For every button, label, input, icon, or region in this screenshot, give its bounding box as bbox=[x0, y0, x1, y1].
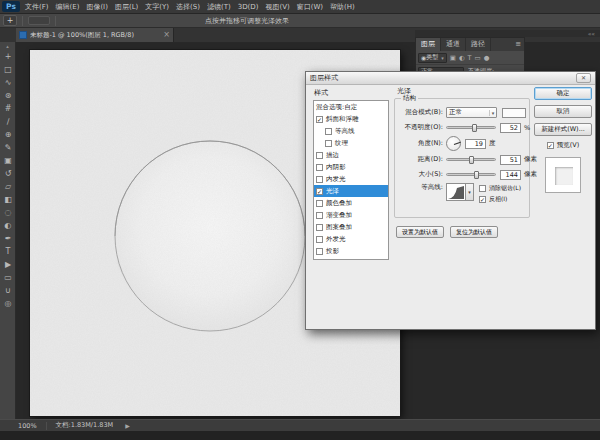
tool-rectangular-marquee[interactable]: □ bbox=[0, 63, 16, 76]
style-checkbox-stroke[interactable] bbox=[316, 152, 323, 159]
invert-checkbox[interactable]: ✓ bbox=[479, 196, 486, 203]
distance-slider-thumb[interactable] bbox=[469, 156, 474, 164]
zoom-level-field[interactable]: 100% bbox=[18, 422, 37, 430]
opacity-slider[interactable] bbox=[446, 126, 496, 129]
size-slider[interactable] bbox=[446, 173, 496, 176]
tool-quick-selection[interactable]: ⊛ bbox=[0, 89, 16, 102]
panel-tab-layers[interactable]: 图层 bbox=[416, 38, 441, 51]
new-style-button[interactable]: 新建样式(W)... bbox=[534, 123, 592, 136]
collapse-panels-icon[interactable]: «« bbox=[588, 30, 595, 37]
style-item-stroke[interactable]: 描边 bbox=[314, 149, 388, 161]
shape-layer-filter-icon[interactable]: ▭ bbox=[475, 53, 481, 63]
menu-item[interactable]: 文字(Y) bbox=[145, 2, 169, 12]
size-slider-thumb[interactable] bbox=[474, 171, 479, 179]
reset-default-button[interactable]: 复位为默认值 bbox=[450, 226, 498, 238]
style-item-color-overlay[interactable]: 颜色叠加 bbox=[314, 197, 388, 209]
menu-item[interactable]: 图层(L) bbox=[115, 2, 138, 12]
menu-item[interactable]: 视图(V) bbox=[265, 2, 289, 12]
tool-eyedropper[interactable]: ∕ bbox=[0, 115, 16, 128]
style-item-texture[interactable]: 纹理 bbox=[314, 137, 388, 149]
tool-brush[interactable]: ✎ bbox=[0, 141, 16, 154]
style-item-drop-shadow[interactable]: 投影 bbox=[314, 245, 388, 257]
ok-button[interactable]: 确定 bbox=[534, 87, 592, 100]
opacity-slider-thumb[interactable] bbox=[472, 124, 477, 132]
contour-picker[interactable] bbox=[446, 183, 466, 201]
antialias-option[interactable]: 消除锯齿(L) bbox=[479, 183, 521, 194]
preview-option[interactable]: ✓ 预览(V) bbox=[534, 141, 592, 150]
panel-menu-icon[interactable]: ≡ bbox=[512, 38, 524, 51]
style-item-inner-glow[interactable]: 内发光 bbox=[314, 173, 388, 185]
layer-filter-select[interactable]: ◉ 类型 ▾ bbox=[418, 53, 447, 63]
style-checkbox-texture[interactable] bbox=[325, 140, 332, 147]
distance-slider[interactable] bbox=[446, 158, 496, 161]
tool-zoom[interactable]: ◎ bbox=[0, 297, 16, 310]
set-default-button[interactable]: 设置为默认值 bbox=[396, 226, 444, 238]
tool-eraser[interactable]: ▱ bbox=[0, 180, 16, 193]
tool-rectangle-shape[interactable]: ▭ bbox=[0, 271, 16, 284]
smart-object-filter-icon[interactable]: ● bbox=[484, 53, 490, 63]
opacity-input[interactable]: 52 bbox=[500, 123, 521, 133]
angle-input[interactable]: 19 bbox=[465, 139, 486, 149]
menu-item[interactable]: 滤镜(T) bbox=[207, 2, 231, 12]
style-item-satin[interactable]: ✓光泽 bbox=[314, 185, 388, 197]
style-item-outer-glow[interactable]: 外发光 bbox=[314, 233, 388, 245]
tool-lasso[interactable]: ∿ bbox=[0, 76, 16, 89]
dialog-title-bar[interactable]: 图层样式 ✕ bbox=[306, 72, 595, 85]
menu-item[interactable]: 帮助(H) bbox=[330, 2, 355, 12]
blend-mode-select[interactable]: 正常 ▾ bbox=[446, 107, 497, 118]
close-icon[interactable]: ✕ bbox=[576, 73, 591, 83]
tool-dodge[interactable]: ◐ bbox=[0, 219, 16, 232]
panel-tab-paths[interactable]: 路径 bbox=[466, 38, 491, 51]
invert-option[interactable]: ✓ 反相(I) bbox=[479, 194, 521, 205]
style-item-pattern-overlay[interactable]: 图案叠加 bbox=[314, 221, 388, 233]
tool-crop[interactable]: # bbox=[0, 102, 16, 115]
tool-path-selection[interactable]: ▶ bbox=[0, 258, 16, 271]
antialias-checkbox[interactable] bbox=[479, 185, 486, 192]
style-checkbox-drop-shadow[interactable] bbox=[316, 248, 323, 255]
panel-tab-channels[interactable]: 通道 bbox=[441, 38, 466, 51]
tool-blur[interactable]: ◌ bbox=[0, 206, 16, 219]
preview-checkbox[interactable]: ✓ bbox=[547, 142, 554, 149]
size-input[interactable]: 144 bbox=[500, 170, 521, 180]
style-item-gradient-overlay[interactable]: 渐变叠加 bbox=[314, 209, 388, 221]
menu-item[interactable]: 文件(F) bbox=[25, 2, 49, 12]
style-checkbox-outer-glow[interactable] bbox=[316, 236, 323, 243]
angle-dial[interactable] bbox=[446, 136, 461, 151]
tool-move[interactable]: + bbox=[0, 50, 16, 63]
tool-hand[interactable]: ∪ bbox=[0, 284, 16, 297]
style-item-contour[interactable]: 等高线 bbox=[314, 125, 388, 137]
adjustment-layer-filter-icon[interactable]: ◐ bbox=[459, 53, 465, 63]
style-item-inner-shadow[interactable]: 内阴影 bbox=[314, 161, 388, 173]
style-checkbox-inner-shadow[interactable] bbox=[316, 164, 323, 171]
move-tool-icon[interactable]: + bbox=[3, 15, 17, 26]
style-checkbox-gradient-overlay[interactable] bbox=[316, 212, 323, 219]
style-checkbox-bevel-emboss[interactable]: ✓ bbox=[316, 116, 323, 123]
menu-item[interactable]: 选择(S) bbox=[176, 2, 200, 12]
style-checkbox-contour[interactable] bbox=[325, 128, 332, 135]
tool-pen[interactable]: ✒ bbox=[0, 232, 16, 245]
tool-history-brush[interactable]: ↺ bbox=[0, 167, 16, 180]
style-checkbox-color-overlay[interactable] bbox=[316, 200, 323, 207]
options-widget[interactable] bbox=[28, 16, 50, 25]
menu-item[interactable]: 图像(I) bbox=[86, 2, 108, 12]
style-checkbox-inner-glow[interactable] bbox=[316, 176, 323, 183]
style-item-blending-options[interactable]: 混合选项:自定 bbox=[314, 101, 388, 113]
menu-item[interactable]: 3D(D) bbox=[238, 3, 259, 11]
satin-color-swatch[interactable] bbox=[502, 108, 526, 118]
distance-input[interactable]: 51 bbox=[500, 155, 521, 165]
tool-spot-healing-brush[interactable]: ⊕ bbox=[0, 128, 16, 141]
close-icon[interactable]: × bbox=[163, 31, 170, 39]
status-options-arrow-icon[interactable]: ▶ bbox=[125, 422, 130, 429]
document-tab[interactable]: 未标题-1 @ 100%(图层 1, RGB/8) × bbox=[16, 28, 174, 42]
tool-gradient[interactable]: ◧ bbox=[0, 193, 16, 206]
style-checkbox-satin[interactable]: ✓ bbox=[316, 188, 323, 195]
menu-item[interactable]: 窗口(W) bbox=[297, 2, 323, 12]
type-layer-filter-icon[interactable]: T bbox=[468, 53, 472, 63]
menu-item[interactable]: 编辑(E) bbox=[56, 2, 80, 12]
style-item-bevel-emboss[interactable]: ✓斜面和浮雕 bbox=[314, 113, 388, 125]
pixel-layer-filter-icon[interactable]: ▣ bbox=[450, 53, 456, 63]
chevron-down-icon[interactable]: ▾ bbox=[466, 183, 474, 201]
style-checkbox-pattern-overlay[interactable] bbox=[316, 224, 323, 231]
cancel-button[interactable]: 取消 bbox=[534, 105, 592, 118]
tool-clone-stamp[interactable]: ▣ bbox=[0, 154, 16, 167]
